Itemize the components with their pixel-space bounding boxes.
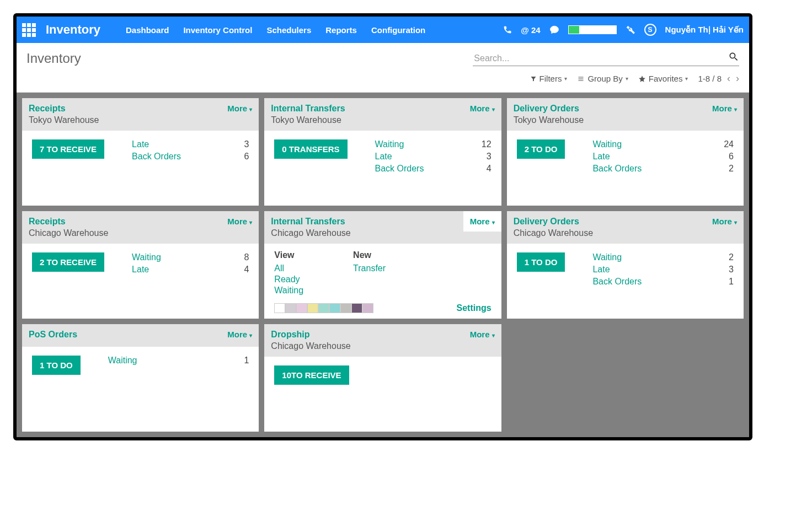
apps-icon[interactable] [22,23,36,37]
color-swatch[interactable] [307,303,318,313]
search-input[interactable] [473,51,739,66]
card-action-button[interactable]: 7 TO RECEIVE [32,139,104,159]
stat-label[interactable]: Late [592,265,682,275]
card-receipts-chicago: Receipts Chicago Warehouse More ▾ 2 TO R… [22,211,259,319]
skype-icon[interactable]: S [644,24,656,36]
search-wrap [473,51,739,66]
caret-down-icon: ▾ [492,219,495,225]
search-icon[interactable] [728,51,739,62]
card-more[interactable]: More ▾ [712,104,737,113]
menu-inventory-control[interactable]: Inventory Control [183,25,252,35]
filters-button[interactable]: Filters ▾ [530,74,568,83]
caret-down-icon: ▾ [492,332,495,338]
menu-reports[interactable]: Reports [325,25,357,35]
card-more[interactable]: More ▾ [227,104,252,113]
color-swatch[interactable] [274,303,285,313]
stat-label[interactable]: Waiting [592,252,682,262]
stat-label[interactable]: Waiting [592,139,679,149]
menu-dashboard[interactable]: Dashboard [126,25,169,35]
stat-label[interactable]: Waiting [108,356,188,375]
tools-icon[interactable] [626,25,635,35]
color-swatch[interactable] [318,303,329,313]
view-waiting[interactable]: Waiting [274,286,303,295]
card-body: 2 TO DO Waiting24 Late6 Back Orders2 [507,131,744,181]
stat-value: 3 [244,139,249,149]
card-heading: Delivery Orders Tokyo Warehouse [514,104,712,125]
card-title[interactable]: Internal Transfers [271,104,469,114]
new-transfer[interactable]: Transfer [353,263,386,273]
caret-down-icon: ▾ [734,106,737,112]
top-menu: Dashboard Inventory Control Schedulers R… [126,25,425,35]
card-subtitle: Tokyo Warehouse [29,115,227,125]
card-title[interactable]: Dropship [271,330,469,340]
card-more[interactable]: More ▾ [227,217,252,226]
groupby-button[interactable]: Group By ▾ [577,74,628,83]
color-swatch[interactable] [285,303,296,313]
card-heading: Receipts Chicago Warehouse [29,217,227,238]
card-more[interactable]: More ▾ [470,330,495,339]
pager-prev[interactable]: ‹ [727,73,730,84]
card-body: 1 TO DO Waiting1 [22,347,259,383]
at-badge[interactable]: @ 24 [521,25,540,35]
color-swatch[interactable] [351,303,362,313]
funnel-icon [530,76,537,82]
card-body: 7 TO RECEIVE Late3 Back Orders6 [22,131,259,169]
card-action-button[interactable]: 2 TO RECEIVE [32,252,104,272]
user-name[interactable]: Nguyễn Thị Hải Yến [665,25,744,35]
color-swatch[interactable] [340,303,351,313]
phone-icon[interactable] [503,25,512,34]
card-more[interactable]: More ▾ [227,330,252,339]
view-all[interactable]: All [274,263,303,273]
color-swatch[interactable] [362,303,373,313]
settings-link[interactable]: Settings [457,303,492,313]
stat-label[interactable]: Waiting [132,252,199,262]
menu-configuration[interactable]: Configuration [371,25,425,35]
card-title[interactable]: Internal Transfers [271,217,463,227]
star-icon [638,75,646,83]
view-header: View [274,250,303,260]
card-stats: Waiting8 Late4 [132,252,249,275]
stat-value: 3 [487,152,492,162]
stat-label[interactable]: Back Orders [592,277,682,287]
card-header: Internal Transfers Chicago Warehouse Mor… [264,211,501,244]
stat-label[interactable]: Late [592,152,679,162]
card-more[interactable]: More ▾ [470,104,495,113]
card-internal-transfers-tokyo: Internal Transfers Tokyo Warehouse More … [264,98,501,206]
pager-next[interactable]: › [736,73,739,84]
caret-down-icon: ▾ [249,106,252,112]
stat-label[interactable]: Late [132,265,199,275]
app-title[interactable]: Inventory [46,23,100,37]
card-title[interactable]: PoS Orders [29,330,227,340]
card-action-button[interactable]: 1 TO DO [32,356,81,375]
color-swatch[interactable] [296,303,307,313]
card-heading: Receipts Tokyo Warehouse [29,104,227,125]
stat-label[interactable]: Late [375,152,450,162]
menu-schedulers[interactable]: Schedulers [266,25,311,35]
favorites-button[interactable]: Favorites ▾ [638,74,688,83]
progress-bar[interactable] [568,25,617,34]
card-action-button[interactable]: 10TO RECEIVE [274,365,349,385]
stat-label[interactable]: Waiting [375,139,450,149]
stat-label[interactable]: Back Orders [592,164,679,174]
card-title[interactable]: Receipts [29,217,227,227]
stat-label[interactable]: Back Orders [375,164,450,174]
view-ready[interactable]: Ready [274,275,303,284]
stat-label[interactable]: Late [132,139,209,149]
stat-label[interactable]: Back Orders [132,152,209,162]
card-action-button[interactable]: 0 TRANSFERS [274,139,347,159]
color-swatch[interactable] [329,303,340,313]
caret-down-icon: ▾ [249,332,252,338]
card-more[interactable]: More ▾ [712,217,737,226]
card-more[interactable]: More ▾ [463,211,501,232]
card-action-button[interactable]: 1 TO DO [517,252,565,272]
card-header: PoS Orders More ▾ [22,324,259,347]
card-delivery-orders-chicago: Delivery Orders Chicago Warehouse More ▾… [507,211,744,319]
stat-value: 2 [729,252,734,262]
card-action-button[interactable]: 2 TO DO [517,139,565,159]
title-row: Inventory [17,43,749,68]
card-title[interactable]: Receipts [29,104,227,114]
chat-icon[interactable] [549,25,559,35]
card-title[interactable]: Delivery Orders [514,104,712,114]
card-title[interactable]: Delivery Orders [514,217,712,227]
stat-value: 4 [487,164,492,174]
